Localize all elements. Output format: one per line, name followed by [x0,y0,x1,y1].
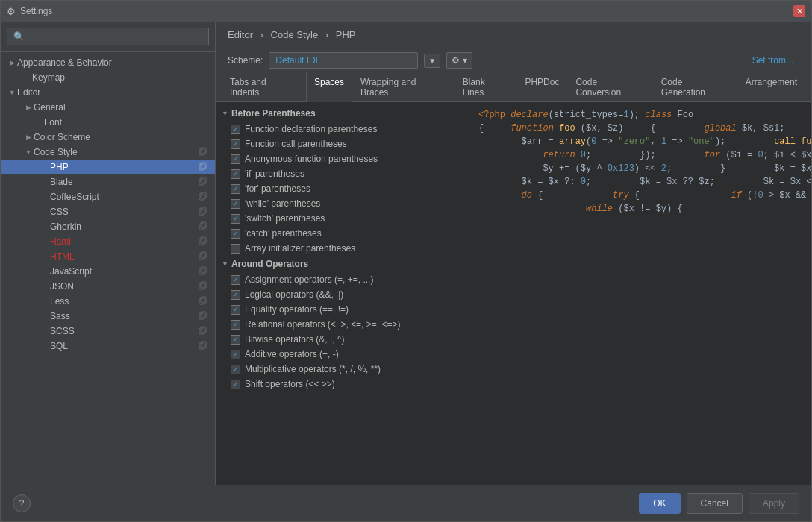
checkbox-multiplicative-ops[interactable] [231,365,240,374]
sidebar-item-gherkin[interactable]: Gherkin [1,219,215,234]
checkbox-if-parens[interactable] [231,169,240,179]
tab-tabs-indents[interactable]: Tabs and Indents [222,72,306,102]
search-input[interactable] [7,28,209,45]
tree-arrow [23,148,34,156]
right-panel: Editor › Code Style › PHP Scheme: Defaul… [216,22,811,485]
sidebar-item-haml[interactable]: Haml [1,234,215,249]
checkbox-logical-ops[interactable] [231,290,240,300]
help-button[interactable]: ? [13,494,31,512]
sidebar-item-label: Keymap [32,72,209,83]
breadcrumb-sep1: › [260,29,263,40]
sidebar-item-appearance[interactable]: Appearance & Behavior [1,55,215,70]
tree-arrow [23,104,34,111]
section-around-operators[interactable]: ▼ Around Operators [216,256,469,272]
setting-label: 'catch' parentheses [245,228,322,239]
tab-code-conversion[interactable]: Code Conversion [567,72,652,102]
checkbox-catch-parens[interactable] [231,229,240,239]
sidebar-item-coffeescript[interactable]: CoffeeScript [1,189,215,204]
tree-arrow [7,59,17,66]
sidebar-item-font[interactable]: Font [1,115,215,130]
sidebar-item-blade[interactable]: Blade [1,174,215,189]
sidebar-item-keymap[interactable]: Keymap [1,70,215,85]
set-from-link[interactable]: Set from... [752,55,799,66]
sidebar-item-label: Editor [17,87,209,98]
sidebar-item-sql[interactable]: SQL [1,339,215,353]
tab-blank-lines[interactable]: Blank Lines [455,72,517,102]
scheme-label: Scheme: [228,55,263,66]
setting-label: Anonymous function parentheses [245,154,378,164]
tab-phpdoc[interactable]: PHPDoc [516,72,567,102]
checkbox-func-call-parens[interactable] [231,139,240,149]
ok-button[interactable]: OK [639,493,680,514]
sidebar-item-label: JavaScript [50,266,196,277]
code-line: function foo ($x, $z) [489,123,623,133]
checkbox-equality-ops[interactable] [231,305,240,315]
checkbox-anon-func-parens[interactable] [231,154,240,164]
svg-rect-21 [201,297,206,303]
tab-wrapping[interactable]: Wrapping and Braces [352,72,455,102]
scheme-dropdown-button[interactable]: ▼ [424,54,440,68]
svg-rect-11 [201,222,206,228]
setting-shift-ops: Shift operators (<< >>) [216,377,469,392]
panel-area: ▼ Before Parentheses Function declaratio… [216,102,811,485]
copy-icon [199,251,209,262]
sidebar-item-css[interactable]: CSS [1,204,215,219]
checkbox-for-parens[interactable] [231,184,240,194]
bottom-bar: ? OK Cancel Apply [1,485,811,521]
checkbox-func-decl-parens[interactable] [231,125,240,134]
section-label: Around Operators [231,259,308,269]
code-line: <?php [478,110,505,120]
sidebar-item-code-style[interactable]: Code Style [1,145,215,160]
svg-rect-27 [201,342,206,348]
apply-button[interactable]: Apply [749,493,799,514]
close-button[interactable]: ✕ [793,5,805,17]
checkbox-bitwise-ops[interactable] [231,335,240,345]
copy-icon [199,281,209,292]
tab-spaces[interactable]: Spaces [306,72,352,102]
section-label: Before Parentheses [231,108,316,119]
code-line: $x = f ($x * 3 + 5); [688,204,811,214]
scheme-select[interactable]: Default IDE [269,52,418,69]
tab-arrangement[interactable]: Arrangement [737,72,805,102]
setting-additive-ops: Additive operators (+, -) [216,347,469,362]
cancel-button[interactable]: Cancel [687,493,743,514]
tree-arrow [23,133,34,141]
sidebar-item-javascript[interactable]: JavaScript [1,264,215,279]
svg-rect-1 [201,148,206,154]
breadcrumb: Editor › Code Style › PHP [216,22,811,48]
checkbox-array-init-parens[interactable] [231,244,240,254]
checkbox-assignment-ops[interactable] [231,275,240,285]
sidebar-item-less[interactable]: Less [1,294,215,309]
svg-rect-22 [199,313,204,319]
sidebar-item-editor[interactable]: Editor [1,85,215,100]
sidebar-item-label: Blade [50,177,196,187]
code-line: } [677,163,725,174]
sidebar-item-scss[interactable]: SCSS [1,324,215,339]
checkbox-while-parens[interactable] [231,199,240,209]
svg-rect-3 [201,163,206,169]
setting-if-parens: 'if' parentheses [216,166,469,181]
sidebar-item-sass[interactable]: Sass [1,309,215,324]
sidebar-item-color-scheme[interactable]: Color Scheme [1,130,215,145]
sidebar-item-html[interactable]: HTML [1,249,215,264]
checkbox-relational-ops[interactable] [231,320,240,330]
sidebar-item-php[interactable]: PHP [1,160,215,174]
checkbox-switch-parens[interactable] [231,214,240,224]
sidebar-item-general[interactable]: General [1,100,215,115]
sidebar-tree: Appearance & Behavior Keymap Editor Gene… [1,52,215,485]
tab-code-generation[interactable]: Code Generation [653,72,737,102]
checkbox-shift-ops[interactable] [231,380,240,389]
svg-rect-12 [199,239,204,245]
setting-func-call-parens: Function call parentheses [216,136,469,151]
sidebar-item-json[interactable]: JSON [1,279,215,294]
setting-label: 'for' parentheses [245,183,310,194]
checkbox-additive-ops[interactable] [231,350,240,359]
setting-func-decl-parens: Function declaration parentheses [216,122,469,136]
sidebar-item-label: Haml [50,236,196,247]
svg-rect-23 [201,312,206,318]
sidebar-item-label: Font [44,117,209,128]
svg-rect-7 [201,192,206,198]
settings-window: ⚙ Settings ✕ Appearance & Behavior Keyma… [0,0,812,522]
scheme-gear-button[interactable]: ⚙ ▾ [446,52,472,69]
section-before-parentheses[interactable]: ▼ Before Parentheses [216,105,469,122]
